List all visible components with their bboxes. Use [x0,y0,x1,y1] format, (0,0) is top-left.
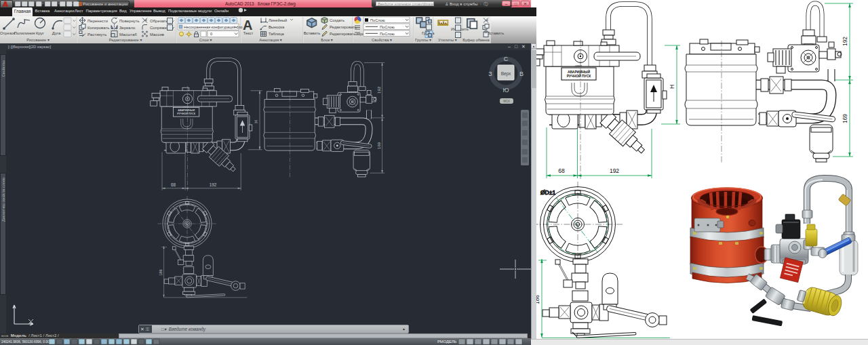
svg-text:Слои ▾: Слои ▾ [199,38,212,42]
svg-text:Вставить: Вставить [488,31,505,35]
svg-text:Повернуть: Повернуть [119,19,140,23]
svg-text:Аннотация ▾: Аннотация ▾ [259,38,281,42]
svg-text:Полилиния: Полилиния [14,31,35,35]
svg-text:Копировать: Копировать [87,26,109,30]
svg-text:Вид: Вид [119,9,127,13]
svg-text:Обрезать: Обрезать [150,19,167,23]
svg-text:ПоСлою: ПоСлою [380,32,395,36]
svg-text:Перенести: Перенести [87,19,108,23]
svg-text:Круг: Круг [36,31,45,35]
svg-text:С: С [504,56,509,62]
svg-text:Блок ▾: Блок ▾ [321,38,333,42]
svg-text:ØD±1: ØD±1 [540,189,555,196]
svg-text:Вставить: Вставить [304,31,321,35]
svg-text:Отрезок: Отрезок [0,31,16,35]
svg-text:0: 0 [210,32,212,36]
svg-text:Буфер обмена: Буфер обмена [462,38,490,42]
svg-text:Таблица: Таблица [269,32,285,36]
svg-text:Массив: Массив [150,33,164,37]
svg-text:Несохраненная конфигурация сло: Несохраненная конфигурация сло [184,25,242,29]
svg-text:РМОДЕЛЬ: РМОДЕЛЬ [437,340,457,344]
svg-text:Утилиты ▾: Утилиты ▾ [438,38,457,42]
svg-text:ПоСлою: ПоСлою [380,25,395,29]
svg-text:Лист: Лист [75,9,83,13]
svg-text:Верх: Верх [501,71,511,77]
svg-text:Масштаб: Масштаб [119,33,137,37]
svg-text:Зеркало: Зеркало [119,26,136,30]
svg-text:МСК: МСК [503,100,510,103]
svg-text:В: В [519,70,524,77]
svg-text:Растянуть: Растянуть [87,33,106,37]
svg-text:Параметризация: Параметризация [86,9,117,13]
svg-text:Рисование ▾: Рисование ▾ [26,38,50,42]
svg-text:Выноска: Выноска [269,25,285,29]
svg-text:Вставка: Вставка [35,9,51,13]
svg-text:Онлайн: Онлайн [214,9,229,13]
svg-text:Аннотации: Аннотации [54,9,74,13]
svg-text:Линейный: Линейный [269,18,287,22]
svg-text:Управление: Управление [130,9,152,13]
svg-text:Редактировать: Редактировать [330,25,357,29]
svg-text:Редактирование ▾: Редактирование ▾ [109,38,142,42]
svg-text:Подключаемые модули: Подключаемые модули [168,9,212,13]
svg-text:240241.9836, 560130.6996, 0.00: 240241.9836, 560130.6996, 0.0000 [1,340,53,344]
svg-text:З: З [488,70,492,77]
svg-text:Создать: Создать [330,18,344,22]
svg-text:Группы ▾: Группы ▾ [415,38,431,42]
svg-text:Свойства ▾: Свойства ▾ [372,38,392,42]
svg-text:ПоСлою: ПоСлою [370,18,385,22]
svg-text:А: А [243,18,252,33]
svg-text:Дуга: Дуга [52,31,61,35]
svg-text:Текст: Текст [243,31,254,35]
svg-text:Ю: Ю [502,87,509,94]
svg-text:Вывод: Вывод [153,9,165,13]
